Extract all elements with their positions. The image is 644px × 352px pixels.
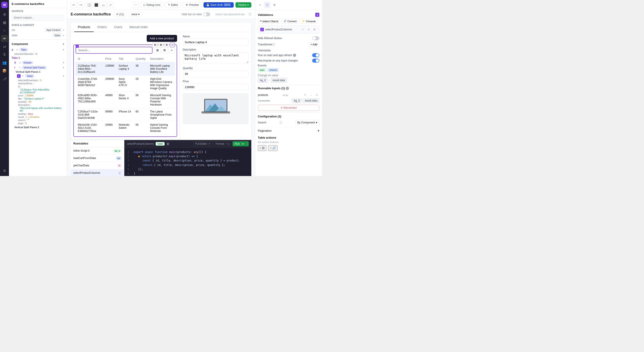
nav-users[interactable]: 👥 xyxy=(1,59,8,66)
table-settings[interactable]: ⚙ xyxy=(162,47,168,54)
component-copy[interactable]: ⎘ xyxy=(306,27,311,32)
name-input[interactable] xyxy=(183,39,249,46)
state-value[interactable]: State xyxy=(53,33,62,37)
bg0-conn-badge[interactable]: bg_0 xyxy=(292,98,302,103)
search-outputs-input[interactable] xyxy=(12,15,64,20)
runnable-item-2[interactable]: pieChartData e xyxy=(71,162,124,169)
table-row[interactable]: 89c0a336-1343-4812-Ac34-E4bb8e2735aa 299… xyxy=(76,122,175,135)
component-i-expand[interactable]: ▾ xyxy=(63,66,64,69)
input-edit-icon[interactable]: ✎ xyxy=(303,92,308,98)
connect-button[interactable]: 🔗 Connect xyxy=(282,18,298,24)
bg0-badge[interactable]: bg_0 xyxy=(258,78,268,83)
nav-edit[interactable]: ✏ xyxy=(1,35,8,42)
component-j-expand[interactable]: ▾ xyxy=(63,74,64,78)
result-data-conn-badge[interactable]: result.data xyxy=(303,98,319,103)
static-button[interactable]: ✏ [object Object] xyxy=(258,18,280,24)
save-draft-button[interactable]: 💾 Save draft Ctrl S xyxy=(204,2,234,8)
more-options-button[interactable]: ⋯ xyxy=(132,2,139,8)
deploy-button[interactable]: Deploy ▾ xyxy=(236,2,251,8)
table-search-input[interactable] xyxy=(76,47,152,54)
tab-manuel-order[interactable]: Manuel order xyxy=(126,22,152,32)
preview-button[interactable]: 👁 Preview xyxy=(183,2,202,8)
add-product-button[interactable]: Add a new product xyxy=(147,35,177,42)
rtab-settings[interactable]: ⚙ xyxy=(271,2,278,8)
table-row[interactable]: 2128adca-7fc6-44bd-800c-Dc115df6ace5 139… xyxy=(76,62,175,76)
run-on-start-toggle[interactable] xyxy=(312,53,319,57)
nav-dollar[interactable]: $ xyxy=(1,51,8,58)
nav-box[interactable]: 📦 xyxy=(1,67,8,74)
component-b-refresh[interactable]: ↺ xyxy=(19,62,20,64)
component-i-refresh[interactable]: ↺ xyxy=(19,66,20,69)
runnable-item-0[interactable]: Inline Script 0 ap_a xyxy=(71,147,124,154)
table-row[interactable]: C303bce7-Cb2e-42c6-8fdf-6aa01fc4e4db 999… xyxy=(76,108,175,122)
result-data-badge[interactable]: result.data xyxy=(270,78,287,83)
full-editor-button[interactable]: Full Editor ↗ xyxy=(193,141,212,146)
ctx-chevron[interactable]: ▾ xyxy=(63,29,64,31)
disconnect-button[interactable]: ✕ Disconnect xyxy=(258,105,319,111)
component-action-2[interactable]: ⊠ xyxy=(158,42,163,47)
deploy-label: Deploy xyxy=(238,3,246,6)
redo-button[interactable]: ↪ xyxy=(78,2,84,8)
table-fit-cols[interactable]: ⊞ xyxy=(154,47,160,54)
rtab-plus[interactable]: + xyxy=(257,2,263,8)
layout-button[interactable]: ⚏ xyxy=(100,2,106,8)
description-textarea[interactable]: Microsoft laptop with excellent battery … xyxy=(183,52,249,63)
nav-flow[interactable]: ⇄ xyxy=(1,43,8,50)
nav-apps[interactable]: ▦ xyxy=(1,19,8,26)
runnable-item-1[interactable]: loadCartFromState ap xyxy=(71,154,124,162)
pagination-row[interactable]: Pagination ▾ xyxy=(258,127,319,134)
quantity-input[interactable] xyxy=(183,71,249,77)
tab-users[interactable]: Users xyxy=(110,22,126,32)
nav-star[interactable]: ☆ xyxy=(1,27,8,34)
nav-home[interactable]: ⊞ xyxy=(1,11,8,18)
save-shortcut: Ctrl S xyxy=(224,3,231,6)
app-logo[interactable]: W xyxy=(1,2,8,8)
run-button[interactable]: Run ⌘↵ xyxy=(232,141,249,146)
split-view-button[interactable]: ⬛ xyxy=(93,2,99,8)
component-action-1[interactable]: ⊞ xyxy=(152,42,158,47)
component-delete[interactable]: ✕ xyxy=(312,27,317,32)
once-badge[interactable]: once ▾ xyxy=(129,12,142,17)
component-j-edit[interactable]: ✎ xyxy=(22,75,24,78)
ctx-value[interactable]: App Context xyxy=(45,28,62,32)
price-input[interactable] xyxy=(183,84,249,90)
component-action-3[interactable]: ⊞ xyxy=(164,42,169,47)
compute-button[interactable]: ⚡ Compute xyxy=(300,18,318,24)
debug-runs-button[interactable]: ▷ Debug runs xyxy=(141,2,163,8)
state-chevron[interactable]: ▾ xyxy=(63,34,64,37)
by-component-select[interactable]: By Component ▾ xyxy=(296,120,319,125)
component-a-refresh[interactable]: ↺ xyxy=(16,48,18,51)
table-row[interactable]: 829ca080-5630-4562-9d5e-7611199dc669 499… xyxy=(76,92,175,108)
component-external-link[interactable]: ↗ xyxy=(300,27,305,32)
format-button[interactable]: Format ✕ s xyxy=(214,141,231,146)
input-arrow-icon[interactable]: ↓ xyxy=(308,92,314,98)
editor-button[interactable]: ✎ Editor xyxy=(165,2,181,8)
input-copy-icon[interactable]: ⎘ xyxy=(314,92,319,98)
hide-refresh-toggle[interactable] xyxy=(312,36,319,40)
recompute-toggle[interactable] xyxy=(312,58,319,62)
refresh-badge[interactable]: ↺ (11) xyxy=(114,12,126,17)
right-panel: + ⬡ ⚙ Validations J ✏ [object Object] 🔗 … xyxy=(255,0,322,176)
component-a-expand[interactable]: ▾ xyxy=(63,48,64,51)
add-link-action[interactable]: + 🔗 xyxy=(268,145,277,151)
runnable-item-3[interactable]: selectProductColumns j xyxy=(71,169,124,176)
add-button-action[interactable]: + 🖼 xyxy=(258,145,266,151)
rtab-component[interactable]: ⬡ xyxy=(264,2,270,8)
author-info-icon[interactable]: ⓘ xyxy=(248,12,251,16)
add-transformer-button[interactable]: + Add xyxy=(308,42,319,47)
table-row[interactable]: Ccee43dc-27e0-40a8-B768-B09579b0c6cf 299… xyxy=(76,76,175,92)
components-chevron[interactable]: ▾ xyxy=(62,42,64,46)
undo-button[interactable]: ↩ xyxy=(71,2,77,8)
fullscreen-button[interactable]: ⤢ xyxy=(107,2,114,8)
component-b-expand[interactable]: ▾ xyxy=(63,61,64,64)
table-add[interactable]: + xyxy=(168,47,175,54)
nav-github[interactable]: ⎇ xyxy=(1,75,8,82)
desktop-view-button[interactable]: ⬜ xyxy=(86,2,92,8)
delete-icon[interactable]: 🗑 xyxy=(166,142,170,146)
component-refresh[interactable]: ↺ xyxy=(170,42,175,47)
tabs1-label: Tabs 1 xyxy=(12,56,20,60)
tab-orders[interactable]: Orders xyxy=(94,22,110,32)
nav-settings[interactable]: ⚙ xyxy=(1,167,8,174)
hide-bar-toggle[interactable] xyxy=(203,12,210,16)
tab-products[interactable]: Products xyxy=(74,22,94,32)
